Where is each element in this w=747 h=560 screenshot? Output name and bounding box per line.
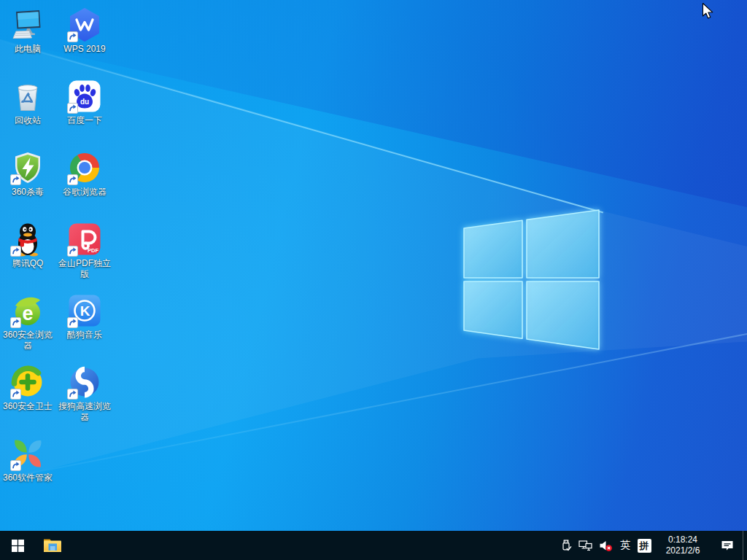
recycle-bin-icon xyxy=(10,79,45,114)
windows-logo xyxy=(460,206,604,354)
taskbar: 英 拼 0:18:24 2021/2/6 xyxy=(0,531,747,560)
desktop-icon-360-software-manager[interactable]: 360软件管家 xyxy=(0,436,55,483)
shortcut-arrow-icon xyxy=(67,103,78,114)
icon-label-360-antivirus: 360杀毒 xyxy=(0,187,55,198)
windows-start-icon xyxy=(12,540,24,552)
taskbar-clock[interactable]: 0:18:24 2021/2/6 xyxy=(654,531,712,560)
desktop-icon-this-pc[interactable]: 此电脑 xyxy=(0,7,55,55)
icon-label-tencent-qq: 腾讯QQ xyxy=(0,258,55,269)
icon-label-recycle-bin: 回收站 xyxy=(0,115,55,126)
svg-text:e: e xyxy=(22,303,33,324)
icon-label-chrome: 谷歌浏览器 xyxy=(57,187,112,198)
desktop-icon-sogou-browser[interactable]: 搜狗高速浏览器 xyxy=(57,365,112,423)
shortcut-arrow-icon xyxy=(67,246,78,257)
ime-pinyin-badge: 拼 xyxy=(638,539,651,553)
desktop-icon-360-safety-guard[interactable]: 360安全卫士 xyxy=(0,365,55,412)
this-pc-icon xyxy=(10,7,45,42)
icon-label-360-safety-guard: 360安全卫士 xyxy=(0,401,55,412)
file-explorer-button[interactable] xyxy=(35,531,70,560)
desktop-icon-360-antivirus[interactable]: 360杀毒 xyxy=(0,150,55,198)
icon-label-this-pc: 此电脑 xyxy=(0,44,55,55)
icon-label-kingsoft-pdf: 金山PDF独立版 xyxy=(57,258,112,280)
icon-label-360-secure-browser: 360安全浏览器 xyxy=(0,330,55,351)
shortcut-arrow-icon xyxy=(67,317,78,328)
icon-label-wps-2019: WPS 2019 xyxy=(57,44,112,55)
shortcut-arrow-icon xyxy=(10,389,21,400)
show-desktop-button[interactable] xyxy=(743,531,747,560)
taskbar-empty-area[interactable] xyxy=(70,531,557,560)
desktop-icon-recycle-bin[interactable]: 回收站 xyxy=(0,79,55,126)
ime-language-indicator[interactable]: 英 xyxy=(616,531,635,560)
shortcut-arrow-icon xyxy=(67,389,78,400)
icon-label-360-software-manager: 360软件管家 xyxy=(0,472,55,483)
file-explorer-icon xyxy=(43,537,62,553)
svg-text:K: K xyxy=(80,303,90,319)
windows-desktop-screen: 此电脑 WPS 2019 xyxy=(0,0,747,560)
clock-date: 2021/2/6 xyxy=(666,545,700,556)
action-center-button[interactable] xyxy=(712,531,743,560)
icon-label-baidu: 百度一下 xyxy=(57,115,112,126)
shortcut-arrow-icon xyxy=(67,31,78,42)
network-icon xyxy=(578,540,592,551)
action-center-icon xyxy=(721,540,734,552)
shortcut-arrow-icon xyxy=(10,317,21,328)
desktop-icon-kugou-music[interactable]: K 酷狗音乐 xyxy=(57,293,112,341)
clock-time: 0:18:24 xyxy=(668,534,697,545)
desktop-icon-baidu[interactable]: du 百度一下 xyxy=(57,79,112,126)
network-tray-button[interactable] xyxy=(576,531,595,560)
volume-muted-icon xyxy=(599,540,613,552)
svg-text:du: du xyxy=(80,98,89,106)
system-tray: 英 拼 0:18:24 2021/2/6 xyxy=(557,531,747,560)
desktop-icon-wps-2019[interactable]: WPS 2019 xyxy=(57,7,112,55)
usb-device-icon xyxy=(560,540,573,552)
shortcut-arrow-icon xyxy=(10,246,21,257)
shortcut-arrow-icon xyxy=(10,174,21,185)
start-button[interactable] xyxy=(0,531,35,560)
svg-text:PDF: PDF xyxy=(88,247,98,254)
shortcut-arrow-icon xyxy=(67,174,78,185)
desktop-icon-360-secure-browser[interactable]: e 360安全浏览器 xyxy=(0,293,55,351)
shortcut-arrow-icon xyxy=(10,460,21,471)
usb-safely-remove-tray-button[interactable] xyxy=(557,531,576,560)
desktop-icon-kingsoft-pdf[interactable]: PDF 金山PDF独立版 xyxy=(57,222,112,280)
icon-label-sogou-browser: 搜狗高速浏览器 xyxy=(57,401,112,423)
icon-label-kugou-music: 酷狗音乐 xyxy=(57,330,112,341)
ime-mode-button[interactable]: 拼 xyxy=(635,531,654,560)
desktop-icon-chrome[interactable]: 谷歌浏览器 xyxy=(57,150,112,198)
volume-tray-button[interactable] xyxy=(595,531,616,560)
desktop-icon-tencent-qq[interactable]: 腾讯QQ xyxy=(0,222,55,269)
